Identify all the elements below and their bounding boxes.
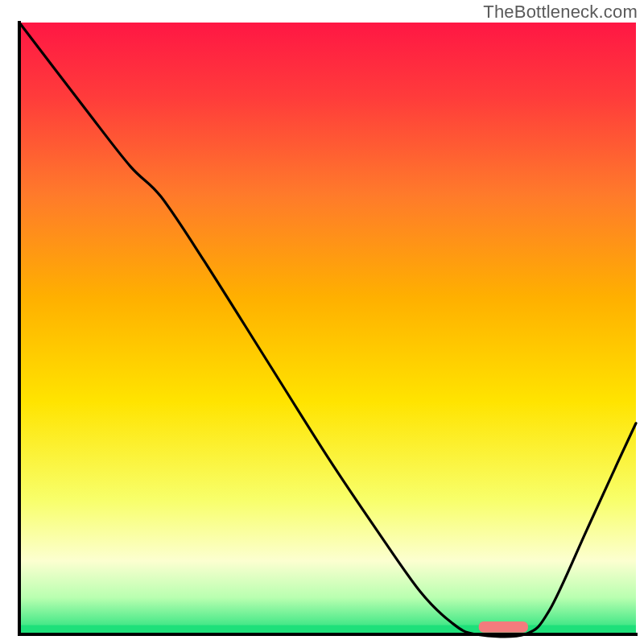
watermark-label: TheBottleneck.com (483, 2, 638, 23)
plot-background (19, 23, 636, 634)
bottleneck-curve-chart (0, 0, 644, 644)
optimal-range-marker (479, 621, 528, 633)
chart-container: TheBottleneck.com (0, 0, 644, 644)
